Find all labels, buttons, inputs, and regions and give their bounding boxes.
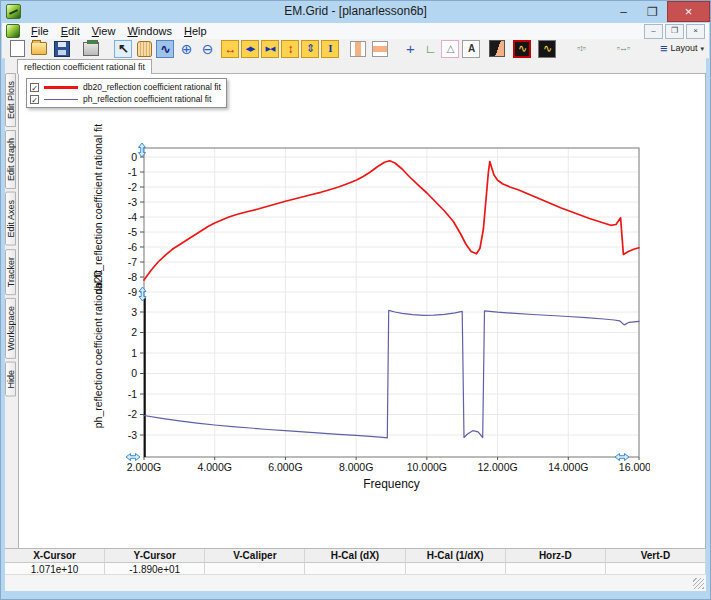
sidebar-tab-workspace[interactable]: Workspace (5, 298, 16, 359)
v-expand-icon[interactable]: ⇕ (301, 40, 319, 58)
svg-text:0: 0 (131, 367, 137, 379)
svg-text:-2: -2 (128, 408, 137, 420)
legend-label: ph_reflection coefficient rational fit (83, 94, 211, 104)
svg-text:-6: -6 (128, 241, 137, 253)
pan-hand-icon[interactable] (135, 40, 153, 58)
menu-bar: FileEditViewWindowsHelp –❐× (2, 23, 709, 40)
plot-mode-icon[interactable]: ∿ (156, 40, 174, 58)
layout-button[interactable]: ≡Layout▾ (654, 40, 710, 58)
svg-text:-4: -4 (128, 211, 137, 223)
series-ph-reflection-coefficient-rational-fit (144, 310, 639, 438)
y-axis-label: db20_reflection coefficient rational fit (92, 124, 104, 294)
v-spacing-icon[interactable]: ▫↕▫ (568, 40, 594, 58)
legend-checkbox[interactable]: ✓ (30, 95, 39, 104)
open-folder-icon[interactable] (30, 40, 48, 58)
resize-grip[interactable] (693, 578, 704, 589)
curve-style-icon[interactable]: ∿ (538, 40, 556, 58)
svg-text:-5: -5 (128, 226, 137, 238)
active-curve-icon[interactable]: ∿ (513, 40, 531, 58)
status-bar (5, 574, 706, 591)
h-spacing-icon[interactable]: ▫↔▫ (608, 40, 638, 58)
status-col-vert-d: Vert-D (606, 549, 706, 562)
svg-text:4.000G: 4.000G (197, 461, 231, 473)
print-icon[interactable] (82, 40, 100, 58)
pan-hand-icon (137, 41, 152, 57)
y-axis-label: ph_reflection coefficient rational fit (92, 270, 104, 429)
child-app-icon[interactable] (6, 24, 20, 38)
svg-text:16.000G: 16.000G (619, 461, 650, 473)
svg-text:-2: -2 (128, 181, 137, 193)
axis-cursor-handle[interactable] (126, 454, 140, 461)
vertical-panel-icon (350, 41, 366, 57)
print-icon (83, 42, 99, 56)
svg-text:-3: -3 (128, 196, 137, 208)
legend-row: ✓ph_reflection coefficient rational fit (30, 93, 221, 105)
child-restore-button[interactable]: ❐ (665, 24, 684, 39)
svg-text:10.000G: 10.000G (407, 461, 447, 473)
svg-text:-1: -1 (128, 388, 137, 400)
svg-text:12.000G: 12.000G (477, 461, 517, 473)
sidebar-tab-hide[interactable]: Hide (5, 362, 16, 397)
save-icon[interactable] (53, 40, 71, 58)
minimize-button[interactable]: – (609, 1, 638, 22)
axis-cursor-handle[interactable] (615, 454, 629, 461)
sidebar-tab-tracker[interactable]: Tracker (5, 249, 16, 295)
svg-text:14.000G: 14.000G (548, 461, 588, 473)
tab-strip: reflection coefficient rational fit (5, 58, 706, 73)
svg-text:-8: -8 (128, 271, 137, 283)
horizontal-panel-icon[interactable] (371, 40, 389, 58)
app-window: EM.Grid - [planarlesson6b] – ❐ × FileEdi… (0, 0, 711, 600)
v-full-scale-icon[interactable]: ↕ (281, 40, 299, 58)
svg-text:-9: -9 (128, 286, 137, 298)
sidebar-tab-edit-axes[interactable]: Edit Axes (5, 192, 16, 246)
svg-text:-3: -3 (128, 429, 137, 441)
layout-bars-icon: ≡ (660, 42, 668, 55)
zoom-in-icon[interactable]: ⊕ (177, 40, 195, 58)
cursor-status-table: X-CursorY-CursorV-CaliperH-Cal (dX)H-Cal… (5, 548, 706, 575)
h-expand-icon[interactable]: ◀▶ (241, 40, 259, 58)
chart[interactable]: 0-1-2-3-4-5-6-7-8-93210-1-2-32.000G4.000… (90, 102, 650, 500)
close-button[interactable]: × (667, 1, 710, 22)
status-col-h-cal-1-dx: H-Cal (1/dX) (406, 549, 506, 562)
sidebar-tab-edit-graph[interactable]: Edit Graph (5, 130, 16, 189)
open-folder-icon (31, 42, 47, 55)
caliper-delta-icon[interactable]: △ (441, 40, 459, 58)
copy-plot-icon (489, 40, 505, 57)
zoom-out-icon[interactable]: ⊖ (198, 40, 216, 58)
child-minimize-button[interactable]: – (644, 24, 663, 39)
maximize-button[interactable]: ❐ (638, 1, 667, 22)
status-col-x-cursor: X-Cursor (5, 549, 105, 562)
h-full-scale-icon[interactable]: ↔ (221, 40, 239, 58)
legend-checkbox[interactable]: ✓ (30, 83, 39, 92)
pointer-select-icon[interactable]: ↖ (114, 40, 132, 58)
crosshair-icon[interactable]: + (401, 40, 419, 58)
h-compress-icon[interactable]: ▶◀ (261, 40, 279, 58)
svg-text:2: 2 (131, 326, 137, 338)
toolbar: ↖∿⊕⊖↔◀▶▶◀↕⇕I+∟△A∿∿▫↕▫▫↔▫≡Layout▾ (2, 39, 709, 59)
sidebar: Edit PlotsEdit GraphEdit AxesTrackerWork… (5, 73, 18, 549)
svg-text:8.000G: 8.000G (339, 461, 373, 473)
menu-file[interactable]: File (25, 24, 55, 38)
legend-label: db20_reflection coefficient rational fit (83, 82, 221, 92)
svg-text:-1: -1 (128, 166, 137, 178)
plot-area[interactable]: ✓db20_reflection coefficient rational fi… (18, 73, 706, 549)
status-col-v-caliper: V-Caliper (205, 549, 305, 562)
child-close-button[interactable]: × (686, 24, 705, 39)
axes-icon[interactable]: ∟ (421, 40, 439, 58)
copy-plot-icon[interactable] (488, 40, 506, 58)
menu-windows[interactable]: Windows (121, 24, 178, 38)
menu-edit[interactable]: Edit (55, 24, 86, 38)
new-file-icon[interactable] (8, 40, 26, 58)
status-col-h-cal-dx: H-Cal (dX) (305, 549, 405, 562)
legend-row: ✓db20_reflection coefficient rational fi… (30, 81, 221, 93)
text-label-icon[interactable]: A (462, 40, 480, 58)
vertical-panel-icon[interactable] (349, 40, 367, 58)
status-col-horz-d: Horz-D (506, 549, 606, 562)
titlebar: EM.Grid - [planarlesson6b] – ❐ × (1, 1, 710, 23)
tab-reflection-coefficient-rational-fit[interactable]: reflection coefficient rational fit (17, 59, 152, 74)
v-compress-icon[interactable]: I (321, 40, 339, 58)
menu-help[interactable]: Help (178, 24, 213, 38)
menu-view[interactable]: View (86, 24, 122, 38)
sidebar-tab-edit-plots[interactable]: Edit Plots (5, 73, 16, 127)
chart-legend: ✓db20_reflection coefficient rational fi… (26, 78, 227, 108)
